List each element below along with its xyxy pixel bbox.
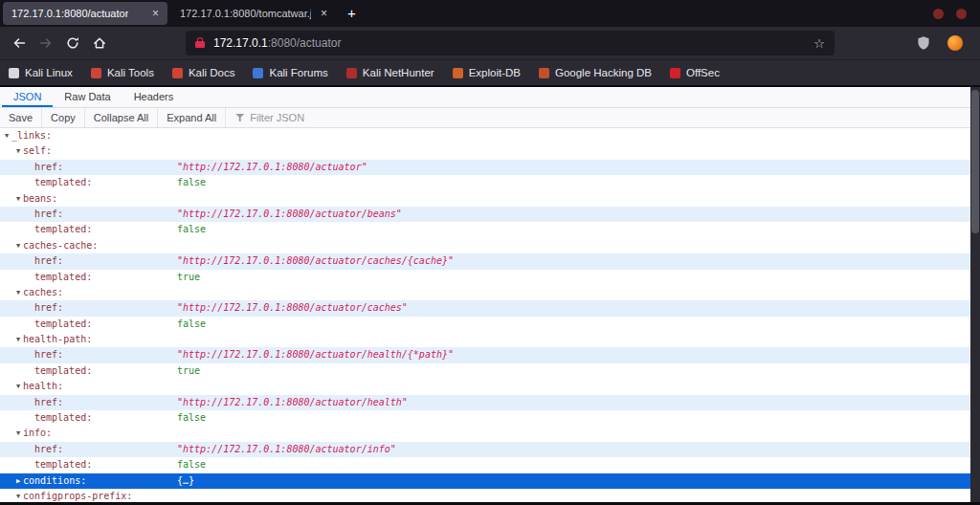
window-controls <box>933 9 980 19</box>
expand-all-button[interactable]: Expand All <box>158 108 226 127</box>
tab-title: 172.17.0.1:8080/tomcatwar.j <box>180 8 311 19</box>
save-button[interactable]: Save <box>0 108 42 127</box>
back-button[interactable] <box>6 30 33 56</box>
expanded-arrow-icon[interactable]: ▼ <box>13 285 23 300</box>
expanded-arrow-icon[interactable]: ▼ <box>2 128 11 143</box>
json-row[interactable]: ▼info: <box>0 426 980 441</box>
json-row[interactable]: ▼configprops-prefix: <box>0 489 980 502</box>
bookmark-exploit-db[interactable]: Exploit-DB <box>453 67 521 78</box>
kali-tools-icon <box>91 68 101 78</box>
json-key: templated: <box>34 224 92 234</box>
expanded-arrow-icon[interactable]: ▼ <box>13 332 23 347</box>
bookmark-star-icon[interactable]: ☆ <box>813 36 825 51</box>
json-row[interactable]: templated:false <box>0 317 980 332</box>
expanded-arrow-icon[interactable]: ▼ <box>13 379 23 394</box>
json-row[interactable]: href:"http://172.17.0.1:8080/actuator/be… <box>0 207 980 222</box>
json-row[interactable]: href:"http://172.17.0.1:8080/actuator/he… <box>0 395 980 410</box>
bookmark-kali-nethunter[interactable]: Kali NetHunter <box>346 67 434 78</box>
json-row[interactable]: ▼beans: <box>0 191 980 207</box>
json-key: href: <box>34 302 63 313</box>
json-key: self: <box>23 145 52 156</box>
kali-nethunter-icon <box>346 68 357 78</box>
window-control-icon[interactable] <box>933 9 944 19</box>
json-value: "http://172.17.0.1:8080/actuator" <box>177 160 368 175</box>
home-button[interactable] <box>86 30 113 56</box>
json-value: true <box>177 270 200 285</box>
json-row[interactable]: templated:false <box>0 175 980 190</box>
scrollbar[interactable] <box>970 87 980 505</box>
bookmark-kali-forums[interactable]: Kali Forums <box>253 67 327 78</box>
json-row[interactable]: href:"http://172.17.0.1:8080/actuator/ca… <box>0 300 980 316</box>
browser-tab-tomcatwar[interactable]: 172.17.0.1:8080/tomcatwar.j × <box>171 2 336 25</box>
browser-tab-actuator[interactable]: 172.17.0.1:8080/actuator × <box>3 2 167 25</box>
expanded-arrow-icon[interactable]: ▼ <box>13 143 23 159</box>
json-row[interactable]: templated:false <box>0 222 980 237</box>
json-row-selected[interactable]: ▶conditions:{…} <box>0 473 980 489</box>
json-key: templated: <box>34 177 92 187</box>
expanded-arrow-icon[interactable]: ▼ <box>13 489 23 502</box>
bookmark-label: Kali Linux <box>25 67 73 78</box>
json-row[interactable]: templated:false <box>0 410 980 426</box>
json-row[interactable]: ▼self: <box>0 143 980 159</box>
tab-headers[interactable]: Headers <box>122 87 186 107</box>
new-tab-button[interactable]: + <box>337 0 367 27</box>
json-value: false <box>177 222 206 237</box>
json-row[interactable]: ▼caches: <box>0 285 980 300</box>
forward-button[interactable] <box>33 30 59 56</box>
json-row[interactable]: href:"http://172.17.0.1:8080/actuator/ca… <box>0 253 980 269</box>
json-row[interactable]: ▼health-path: <box>0 332 980 347</box>
json-key: health: <box>23 381 63 391</box>
bookmark-offsec[interactable]: OffSec <box>670 67 720 78</box>
expanded-arrow-icon[interactable]: ▼ <box>13 238 23 253</box>
copy-button[interactable]: Copy <box>42 108 85 127</box>
tab-title: 172.17.0.1:8080/actuator <box>11 8 128 19</box>
bookmark-kali-tools[interactable]: Kali Tools <box>91 67 154 78</box>
tab-close-icon[interactable]: × <box>321 8 327 19</box>
window-control-icon[interactable] <box>956 9 967 19</box>
url-bar[interactable]: 172.17.0.1:8080/actuator ☆ <box>186 31 835 55</box>
json-tree: ▼_links:▼self:href:"http://172.17.0.1:80… <box>0 128 980 502</box>
tab-json[interactable]: JSON <box>2 87 53 107</box>
json-key: templated: <box>34 459 92 470</box>
json-row[interactable]: templated:true <box>0 270 980 285</box>
json-row[interactable]: templated:false <box>0 457 980 472</box>
reload-button[interactable] <box>59 30 86 56</box>
offsec-icon <box>670 68 680 78</box>
bookmark-label: Kali Forums <box>269 67 327 78</box>
json-row[interactable]: href:"http://172.17.0.1:8080/actuator/he… <box>0 347 980 362</box>
tab-close-icon[interactable]: × <box>152 8 159 19</box>
json-key: health-path: <box>23 334 92 344</box>
collapse-all-button[interactable]: Collapse All <box>85 108 158 127</box>
json-key: href: <box>34 397 63 407</box>
json-row[interactable]: ▼health: <box>0 379 980 394</box>
forward-arrow-icon <box>38 35 54 51</box>
json-row[interactable]: href:"http://172.17.0.1:8080/actuator/in… <box>0 442 980 457</box>
bookmark-label: Kali NetHunter <box>363 67 434 78</box>
json-value: false <box>177 410 206 426</box>
json-key: href: <box>34 162 63 172</box>
json-value: true <box>177 363 200 379</box>
shield-icon[interactable] <box>916 35 931 51</box>
json-value: "http://172.17.0.1:8080/actuator/health/… <box>177 347 454 362</box>
json-row[interactable]: ▼caches-cache: <box>0 238 980 253</box>
json-row[interactable]: ▼_links: <box>0 128 980 143</box>
json-key: href: <box>34 209 63 219</box>
collapsed-arrow-icon[interactable]: ▶ <box>13 473 23 489</box>
expanded-arrow-icon[interactable]: ▼ <box>13 191 23 207</box>
bookmark-kali-docs[interactable]: Kali Docs <box>172 67 235 78</box>
tab-raw-data[interactable]: Raw Data <box>53 87 122 107</box>
firefox-account-icon[interactable] <box>947 35 963 51</box>
scrollbar-thumb[interactable] <box>971 90 979 233</box>
expanded-arrow-icon[interactable]: ▼ <box>13 426 23 441</box>
filter-json-input[interactable]: Filter JSON <box>235 108 980 127</box>
json-key: beans: <box>23 193 57 204</box>
json-row[interactable]: href:"http://172.17.0.1:8080/actuator" <box>0 160 980 175</box>
toolbar-right-icons <box>916 35 974 51</box>
json-key: href: <box>34 444 63 454</box>
insecure-lock-icon[interactable] <box>195 41 205 48</box>
bookmark-google-hacking-db[interactable]: Google Hacking DB <box>539 67 652 78</box>
url-host: 172.17.0.1 <box>213 36 268 50</box>
json-row[interactable]: templated:true <box>0 363 980 379</box>
bookmark-label: Exploit-DB <box>469 67 521 78</box>
bookmark-kali-linux[interactable]: Kali Linux <box>9 67 73 78</box>
